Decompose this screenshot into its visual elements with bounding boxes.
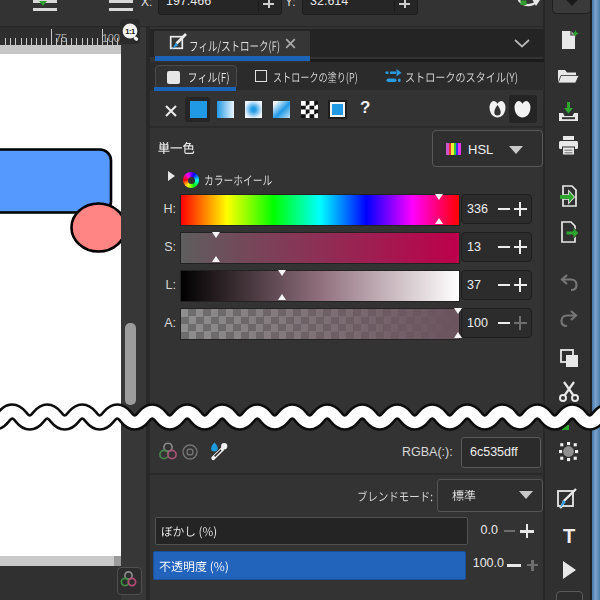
svg-text:1:1: 1:1 bbox=[125, 27, 135, 36]
